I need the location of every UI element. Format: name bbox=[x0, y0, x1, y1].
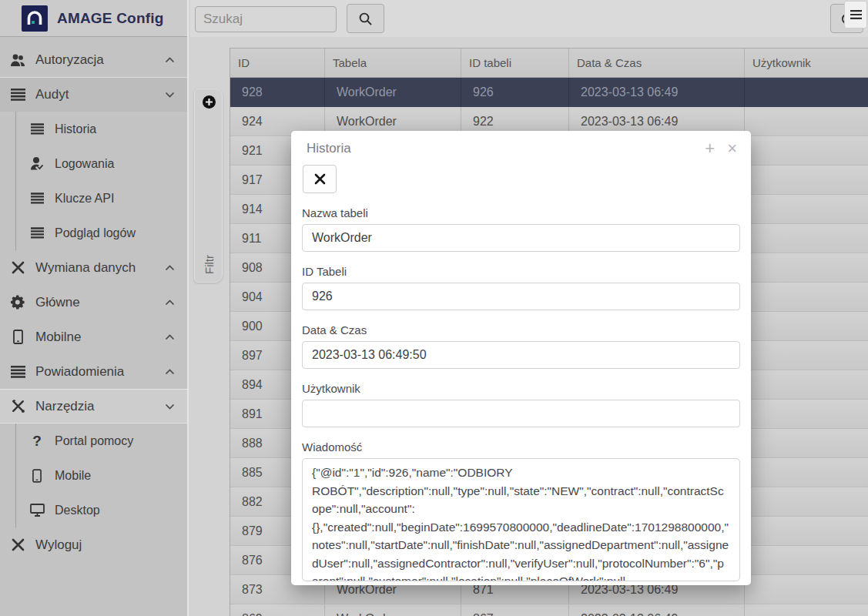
add-filter-icon[interactable] bbox=[202, 95, 216, 109]
historia-dialog: Historia + × Nazwa tabeli ID Tabeli Data… bbox=[291, 131, 751, 585]
sidebar-item-wymiana-danych[interactable]: Wymiana danych bbox=[0, 250, 187, 285]
column-selector-button[interactable] bbox=[844, 1, 867, 28]
filter-panel-tab[interactable]: Filtr bbox=[194, 89, 223, 283]
chevron-up-icon bbox=[165, 57, 175, 63]
chevron-up-icon bbox=[165, 265, 175, 271]
table-header-row: ID Tabela ID tabeli Data & Czas Użytkown… bbox=[230, 49, 868, 78]
user-check-icon bbox=[28, 156, 45, 172]
cell-tabela: WorkOrder bbox=[324, 604, 461, 616]
table-row[interactable]: 869 WorkOrder 867 2023-03-13 06:49 bbox=[230, 604, 868, 616]
narzedzia-submenu: ? Portal pomocy Mobile Desktop bbox=[15, 424, 187, 527]
close-icon[interactable]: × bbox=[727, 140, 737, 157]
cell-id: 869 bbox=[230, 604, 324, 616]
search-icon bbox=[358, 12, 373, 26]
field-label-nazwa-tabeli: Nazwa tabeli bbox=[302, 206, 740, 219]
question-icon: ? bbox=[28, 433, 45, 450]
sidebar-nav: Autoryzacja Audyt Historia bbox=[0, 37, 187, 562]
sidebar-item-glowne[interactable]: Główne bbox=[0, 285, 187, 320]
column-header-tabela[interactable]: Tabela bbox=[324, 49, 461, 77]
cell-data-czas: 2023-03-13 06:49 bbox=[568, 604, 744, 616]
sidebar-item-mobile[interactable]: Mobile bbox=[16, 458, 187, 493]
list-icon bbox=[28, 225, 45, 242]
cell-id-tabeli: 926 bbox=[461, 78, 568, 106]
sidebar-item-label: Portal pomocy bbox=[55, 434, 175, 448]
chevron-up-icon bbox=[165, 300, 175, 306]
data-czas-field[interactable] bbox=[302, 341, 740, 369]
field-label-wiadomosc: Wiadomość bbox=[302, 440, 740, 454]
table-row[interactable]: 928 WorkOrder 926 2023-03-13 06:49 bbox=[230, 78, 868, 107]
cell-uzytkownik bbox=[744, 487, 868, 516]
chevron-up-icon bbox=[165, 334, 175, 340]
cell-uzytkownik bbox=[744, 253, 868, 282]
sidebar-item-label: Logowania bbox=[55, 157, 175, 171]
sidebar-item-historia[interactable]: Historia bbox=[16, 112, 187, 146]
sidebar-item-label: Historia bbox=[55, 122, 175, 136]
sidebar-item-label: Wymiana danych bbox=[35, 260, 165, 276]
nazwa-tabeli-field[interactable] bbox=[302, 224, 740, 252]
sidebar-item-narzedzia[interactable]: Narzędzia bbox=[0, 389, 187, 424]
filter-panel-label: Filtr bbox=[203, 250, 216, 279]
search-input[interactable] bbox=[195, 6, 337, 32]
cell-tabela: WorkOrder bbox=[324, 78, 461, 106]
phone-icon bbox=[28, 467, 45, 484]
cell-uzytkownik bbox=[744, 400, 868, 428]
wiadomosc-field[interactable]: {"@id":"1","id":926,"name":"ODBIORY ROBÓ… bbox=[302, 458, 740, 581]
cell-uzytkownik bbox=[744, 604, 868, 616]
x-icon bbox=[314, 173, 326, 185]
sidebar-item-label: Główne bbox=[35, 295, 165, 310]
list-icon bbox=[9, 363, 26, 380]
uzytkownik-field[interactable] bbox=[302, 400, 740, 427]
logo-bar: AMAGE Config bbox=[0, 0, 187, 37]
sidebar-item-powiadomienia[interactable]: Powiadomienia bbox=[0, 354, 187, 389]
audyt-submenu: Historia Logowania Klucze API bbox=[15, 112, 187, 250]
sidebar-item-label: Podgląd logów bbox=[55, 226, 175, 240]
sidebar-item-label: Powiadomienia bbox=[35, 364, 165, 380]
cell-id: 928 bbox=[230, 78, 324, 106]
cell-uzytkownik bbox=[744, 283, 868, 311]
cell-uzytkownik bbox=[744, 78, 868, 106]
users-icon bbox=[9, 52, 26, 69]
column-header-id-tabeli[interactable]: ID tabeli bbox=[461, 49, 568, 77]
id-tabeli-field[interactable] bbox=[302, 283, 740, 310]
sidebar-item-label: Desktop bbox=[55, 504, 175, 517]
sidebar-item-audyt[interactable]: Audyt bbox=[0, 77, 187, 112]
column-header-data-czas[interactable]: Data & Czas bbox=[568, 49, 744, 77]
sidebar-item-autoryzacja[interactable]: Autoryzacja bbox=[0, 42, 187, 77]
column-header-uzytkownik[interactable]: Użytkownik bbox=[744, 49, 868, 77]
field-label-uzytkownik: Użytkownik bbox=[302, 382, 740, 395]
x-icon bbox=[9, 537, 26, 554]
dialog-toolbar bbox=[291, 157, 751, 193]
cell-uzytkownik bbox=[744, 429, 868, 457]
cell-uzytkownik bbox=[744, 195, 868, 223]
sidebar-item-podglad-logow[interactable]: Podgląd logów bbox=[16, 216, 187, 250]
sidebar-item-label: Mobilne bbox=[35, 330, 165, 345]
sidebar-item-logowania[interactable]: Logowania bbox=[16, 146, 187, 181]
sidebar-item-portal-pomocy[interactable]: ? Portal pomocy bbox=[16, 424, 187, 458]
sidebar-item-mobilne[interactable]: Mobilne bbox=[0, 320, 187, 354]
cell-uzytkownik bbox=[744, 107, 868, 136]
sidebar-item-wyloguj[interactable]: Wyloguj bbox=[0, 527, 187, 562]
app-title: AMAGE Config bbox=[57, 10, 164, 27]
column-header-id[interactable]: ID bbox=[230, 49, 324, 77]
close-record-button[interactable] bbox=[303, 165, 337, 193]
dialog-title: Historia bbox=[307, 141, 705, 156]
cell-uzytkownik bbox=[744, 546, 868, 574]
cell-data-czas: 2023-03-13 06:49 bbox=[568, 78, 744, 106]
sidebar-item-label: Autoryzacja bbox=[35, 52, 165, 68]
x-icon bbox=[9, 259, 26, 276]
sidebar-item-desktop[interactable]: Desktop bbox=[16, 493, 187, 527]
field-label-id-tabeli: ID Tabeli bbox=[302, 265, 740, 278]
amage-logo-icon bbox=[22, 5, 48, 32]
tools-icon bbox=[9, 398, 26, 415]
topbar bbox=[190, 0, 868, 37]
cell-id-tabeli: 867 bbox=[461, 604, 568, 616]
maximize-icon[interactable]: + bbox=[705, 140, 715, 157]
chevron-down-icon bbox=[165, 403, 175, 410]
chevron-up-icon bbox=[165, 369, 175, 375]
cell-uzytkownik bbox=[744, 575, 868, 604]
cell-uzytkownik bbox=[744, 312, 868, 340]
sidebar-item-klucze-api[interactable]: Klucze API bbox=[16, 181, 187, 216]
sidebar-item-label: Wyloguj bbox=[35, 537, 175, 553]
search-button[interactable] bbox=[347, 4, 384, 33]
gear-icon bbox=[9, 294, 26, 311]
